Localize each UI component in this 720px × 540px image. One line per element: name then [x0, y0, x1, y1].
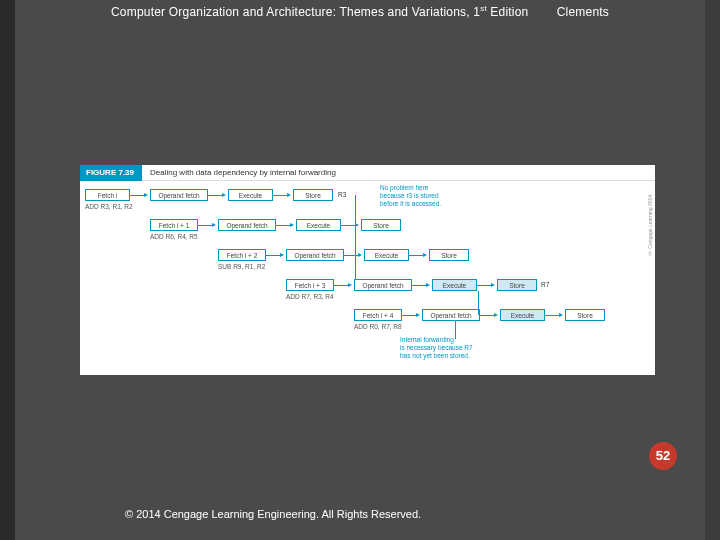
fetch-box: Fetch i + 2 [218, 249, 266, 261]
stage-box: Store [565, 309, 605, 321]
stage-box: Operand fetch [422, 309, 480, 321]
arrow-icon [344, 255, 359, 256]
reg-label: R7 [541, 281, 549, 288]
arrow-icon [480, 315, 495, 316]
title-post: Edition [487, 5, 529, 19]
page-number-badge: 52 [649, 442, 677, 470]
instr-label: ADD R0, R7, R8 [354, 323, 402, 330]
arrow-icon [341, 225, 356, 226]
arrow-icon [208, 195, 223, 196]
stage-box: Store [361, 219, 401, 231]
arrow-icon [412, 285, 427, 286]
instr-label: ADD R7, R3, R4 [286, 293, 334, 300]
stage-box-hl: Store [497, 279, 537, 291]
slide-header: Computer Organization and Architecture: … [30, 4, 690, 19]
arrow-icon [334, 285, 349, 286]
title-sup: st [480, 4, 487, 13]
note-bottom: Internal forwarding is necessary because… [400, 336, 473, 360]
arrow-icon [273, 195, 288, 196]
figure-badge: FIGURE 7.39 [80, 165, 142, 181]
stage-box: Operand fetch [150, 189, 208, 201]
author: Clements [557, 5, 609, 19]
arrow-icon [477, 285, 492, 286]
stage-box: Store [429, 249, 469, 261]
figure-container: FIGURE 7.39 Dealing with data dependency… [80, 165, 655, 375]
instr-label: SUB R9, R1, R2 [218, 263, 265, 270]
fetch-box: Fetch i + 3 [286, 279, 334, 291]
reg-label: R3 [338, 191, 346, 198]
figure-caption: Dealing with data dependency by internal… [150, 165, 336, 181]
note-top: No problem here because r3 is stored bef… [380, 184, 441, 208]
note-pointer [455, 321, 456, 339]
stage-box: Execute [364, 249, 409, 261]
figure-title-bar: FIGURE 7.39 Dealing with data dependency… [80, 165, 655, 181]
fetch-box: Fetch i + 4 [354, 309, 402, 321]
footer-copyright: © 2014 Cengage Learning Engineering. All… [125, 508, 421, 520]
stage-box: Execute [228, 189, 273, 201]
instr-label: ADD R6, R4, R5 [150, 233, 198, 240]
title-pre: Computer Organization and Architecture: … [111, 5, 480, 19]
fwd-line [478, 291, 479, 315]
arrow-icon [130, 195, 145, 196]
stage-box: Store [293, 189, 333, 201]
arrow-icon [545, 315, 560, 316]
stage-box: Operand fetch [354, 279, 412, 291]
arrow-icon [276, 225, 291, 226]
arrow-icon [409, 255, 424, 256]
pipeline-diagram: Fetch i ADD R3, R1, R2 Operand fetch Exe… [80, 181, 655, 375]
stage-box: Execute [296, 219, 341, 231]
stage-box-hl: Execute [500, 309, 545, 321]
dep-line [355, 195, 356, 287]
slide-body: Computer Organization and Architecture: … [15, 0, 705, 540]
instr-label: ADD R3, R1, R2 [85, 203, 133, 210]
stage-box: Operand fetch [286, 249, 344, 261]
stage-box: Operand fetch [218, 219, 276, 231]
arrow-icon [266, 255, 281, 256]
arrow-icon [402, 315, 417, 316]
arrow-icon [198, 225, 213, 226]
figure-copyright: © Cengage Learning 2014 [647, 195, 653, 256]
left-accent-bar [0, 0, 15, 540]
fetch-box: Fetch i [85, 189, 130, 201]
fetch-box: Fetch i + 1 [150, 219, 198, 231]
stage-box-hl: Execute [432, 279, 477, 291]
